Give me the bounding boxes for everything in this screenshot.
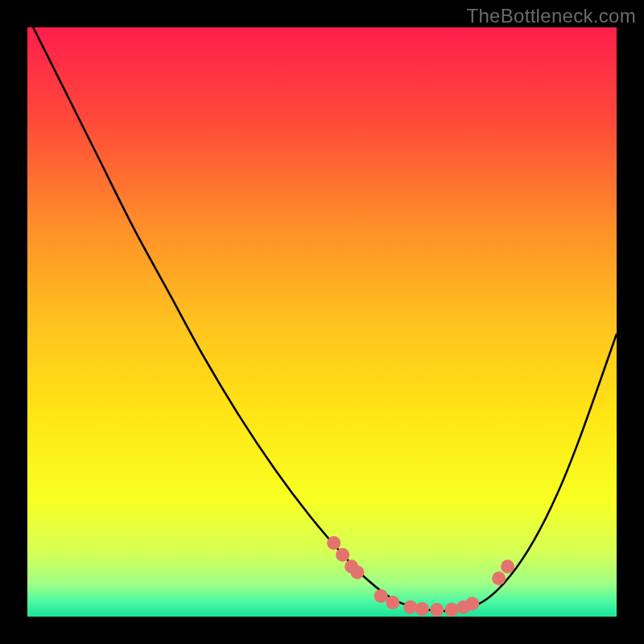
highlight-point <box>501 559 514 573</box>
chart-background <box>27 27 617 617</box>
chart-frame: TheBottleneck.com <box>0 0 644 644</box>
highlight-point <box>327 536 341 550</box>
highlight-point <box>445 603 459 617</box>
highlight-point <box>465 597 479 610</box>
highlight-point <box>430 603 444 617</box>
highlight-point <box>386 596 399 609</box>
highlight-point <box>415 602 429 616</box>
highlight-point <box>492 572 506 585</box>
chart-plot-area <box>27 27 617 617</box>
highlight-point <box>350 566 364 580</box>
highlight-point <box>336 548 349 562</box>
highlight-point <box>374 589 388 603</box>
highlight-point <box>403 601 417 614</box>
watermark-text: TheBottleneck.com <box>466 5 636 27</box>
chart-svg <box>27 27 617 617</box>
